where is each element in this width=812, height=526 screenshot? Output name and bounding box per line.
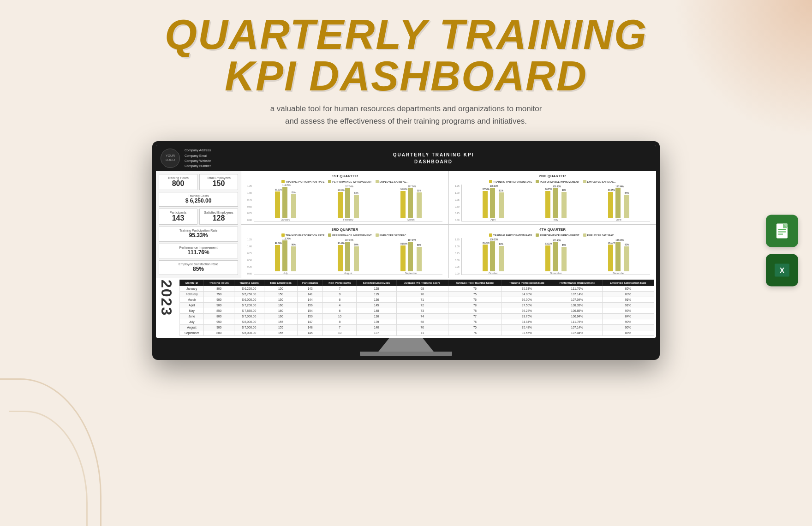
col-satisfaction: Employee Satisfaction Rate [602,280,654,286]
participants-value: 143 [162,214,194,222]
main-title: QUARTERLY TRAINING KPI DASHBOARD [0,14,812,97]
participants-box: Participants 143 [159,209,197,225]
participation-rate-value: 95.33% [162,232,235,239]
table-row: April900$ 7,200.001601564145727897.50%10… [180,303,654,308]
table-row: May850$ 7,850.001601546148737896.25%106.… [180,308,654,314]
q3-title: 3RD QUARTER [245,227,445,232]
svg-rect-4 [778,234,783,235]
monitor-base [360,352,452,356]
training-hours-value: 800 [162,179,194,188]
q3-chart: 3RD QUARTER TRAINING PARTICIPATION RATE … [241,225,448,278]
kpi-row-1: Training Hours 800 Total Employees 150 [159,174,238,190]
svg-rect-2 [778,229,786,230]
google-sheets-icon[interactable] [766,215,798,247]
training-costs-value: $ 6,250.00 [162,197,235,204]
svg-rect-3 [778,232,786,233]
dashboard-body: Training Hours 800 Total Employees 150 T… [156,171,656,278]
satisfied-employees-label: Satisfied Employees [203,211,235,214]
satisfaction-rate-value: 85% [162,266,235,272]
q4-title: 4TH QUARTER [453,227,652,232]
kpi-panel: Training Hours 800 Total Employees 150 T… [156,171,241,278]
dashboard-header: YOURLOGO Company Address Company Email C… [156,145,656,171]
q4-legend: TRAINING PARTICIPATION RATE PERFORMANCE … [453,233,652,237]
subtitle: a valuable tool for human resources depa… [0,102,812,127]
col-pre-score: Average Pre-Training Score [396,280,448,286]
total-employees-box: Total Employees 150 [199,174,238,190]
training-hours-box: Training Hours 800 [159,174,197,190]
excel-icon[interactable]: X [766,254,798,287]
participants-label: Participants [162,211,194,214]
col-participation-rate: Training Participation Rate [502,280,552,286]
table-row: March900$ 6,000.001501446136717696.00%10… [180,297,654,303]
table-row: August900$ 7,000.001551487140707595.48%1… [180,325,654,330]
page-header: QUARTERLY TRAINING KPI DASHBOARD a valua… [0,0,812,132]
training-hours-label: Training Hours [162,176,194,179]
monitor-screen: YOURLOGO Company Address Company Email C… [156,145,656,338]
table-row: July950$ 8,000.001551478139687694.84%111… [180,319,654,325]
total-employees-value: 150 [203,179,235,188]
training-costs-label: Training Costs [162,194,235,197]
logo: YOURLOGO [161,149,180,168]
performance-improvement-label: Performance Improvement [162,246,235,249]
col-hours: Training Hours [204,280,234,286]
kpi-row-2: Participants 143 Satisfied Employees 128 [159,209,238,225]
charts-area: 1ST QUARTER TRAINING PARTICIPATION RATE … [241,171,656,278]
col-costs: Training Costs [234,280,264,286]
q1-chart: 1ST QUARTER TRAINING PARTICIPATION RATE … [241,171,448,224]
col-satisfied: Satisfied Employees [357,280,396,286]
monitor-wrapper: YOURLOGO Company Address Company Email C… [0,141,812,360]
company-info: Company Address Company Email Company We… [185,148,211,168]
monitor-stand [378,338,434,352]
year-label: 2023 [158,280,175,336]
q2-chart: 2ND QUARTER TRAINING PARTICIPATION RATE … [449,171,656,224]
table-row: June800$ 7,000.0016015010126747793.75%10… [180,314,654,319]
table-row: February750$ 5,750.001501419125707594.00… [180,292,654,297]
dashboard-title: QUARTERLY TRAINING KPI DASHBOARD [215,151,651,165]
side-icons: X [766,215,798,287]
q1-legend: TRAINING PARTICIPATION RATE PERFORMANCE … [245,180,445,183]
satisfied-employees-box: Satisfied Employees 128 [199,209,238,225]
monitor: YOURLOGO Company Address Company Email C… [152,141,660,360]
col-participants: Participants [297,280,323,286]
total-employees-label: Total Employees [203,176,235,179]
table-row: January800$ 6,250.001501437128687695.33%… [180,286,654,292]
col-non-participants: Non-Participants [323,280,357,286]
table-row: September800$ 6,000.0015514510137717693.… [180,330,654,336]
col-performance: Performance Improvement [552,280,602,286]
training-costs-box: Training Costs $ 6,250.00 [159,192,238,207]
data-table-section: 2023 Month [1] Training Hours Training C… [156,278,656,338]
svg-text:X: X [780,267,785,275]
q4-chart: 4TH QUARTER TRAINING PARTICIPATION RATE … [449,225,656,278]
satisfaction-rate-box: Employee Satisfaction Rate 85% [159,260,238,275]
satisfaction-rate-label: Employee Satisfaction Rate [162,263,235,266]
col-month: Month [1] [180,280,204,286]
q3-legend: TRAINING PARTICIPATION RATE PERFORMANCE … [245,233,445,237]
col-post-score: Average Post-Training Score [448,280,502,286]
participation-rate-label: Training Participation Rate [162,229,235,232]
q2-legend: TRAINING PARTICIPATION RATE PERFORMANCE … [453,180,652,183]
participation-rate-box: Training Participation Rate 95.33% [159,227,238,241]
satisfied-employees-value: 128 [203,214,235,222]
performance-improvement-box: Performance Improvement 111.76% [159,244,238,258]
q2-title: 2ND QUARTER [453,174,652,178]
legend-participation: TRAINING PARTICIPATION RATE [281,180,324,183]
col-employees: Total Employees [264,280,297,286]
data-table: Month [1] Training Hours Training Costs … [179,280,654,336]
q1-title: 1ST QUARTER [245,174,445,178]
legend-performance: PERFORMANCE IMPROVEMENT [328,180,371,183]
performance-improvement-value: 111.76% [162,249,235,256]
legend-satisfaction: EMPLOYEE SATISFAC... [376,180,409,183]
